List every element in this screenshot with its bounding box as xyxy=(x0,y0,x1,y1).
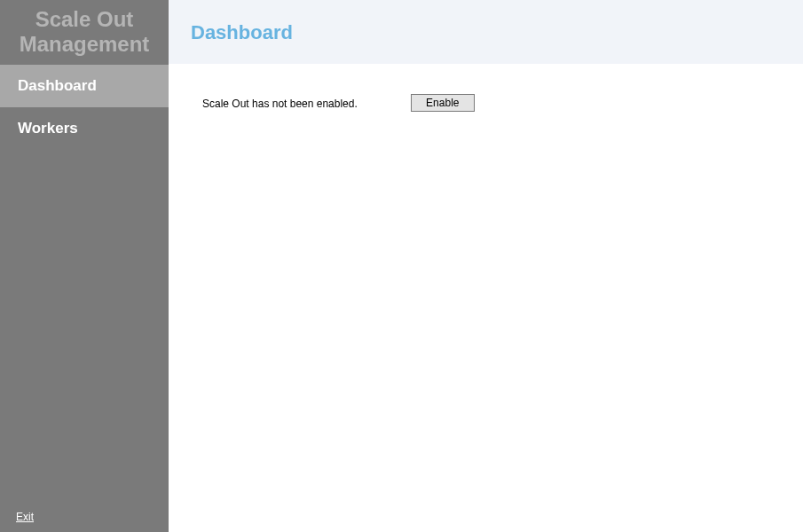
exit-link-label: Exit xyxy=(16,511,34,523)
content: Scale Out has not been enabled. Enable xyxy=(169,64,803,112)
sidebar-item-label: Workers xyxy=(18,120,78,137)
sidebar-item-workers[interactable]: Workers xyxy=(0,107,169,150)
enable-button[interactable]: Enable xyxy=(411,94,475,112)
status-text: Scale Out has not been enabled. xyxy=(202,94,358,110)
sidebar-item-label: Dashboard xyxy=(18,77,97,94)
header: Dashboard xyxy=(169,0,803,64)
exit-link[interactable]: Exit xyxy=(16,511,34,523)
main-area: Dashboard Scale Out has not been enabled… xyxy=(169,0,803,532)
sidebar-item-dashboard[interactable]: Dashboard xyxy=(0,65,169,107)
app-title-line1: Scale Out xyxy=(35,7,134,31)
sidebar: Scale Out Management Dashboard Workers E… xyxy=(0,0,169,532)
app-title: Scale Out Management xyxy=(0,0,169,65)
page-title: Dashboard xyxy=(191,21,803,44)
app-title-line2: Management xyxy=(20,32,150,56)
